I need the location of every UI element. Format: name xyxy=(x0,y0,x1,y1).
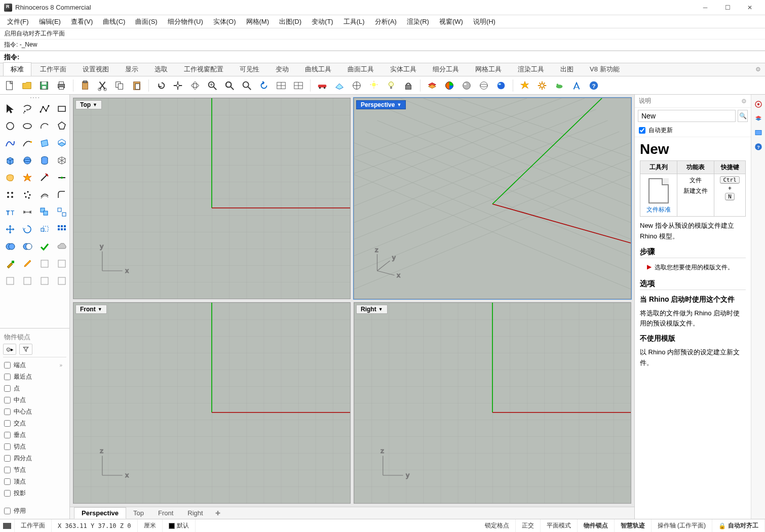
lock-button[interactable] xyxy=(401,78,416,93)
toolbar-tab[interactable]: 曲面工具 xyxy=(340,62,381,76)
offset-curve-tool[interactable] xyxy=(36,187,53,203)
toolbar-tab[interactable]: V8 新功能 xyxy=(582,62,627,76)
tool-button[interactable] xyxy=(54,256,70,272)
toolbar-settings-gear-icon[interactable]: ⚙ xyxy=(755,66,761,73)
materials-button[interactable] xyxy=(442,78,457,93)
join-tool[interactable] xyxy=(54,170,70,186)
status-toggle[interactable]: 🔒自动对齐工 xyxy=(712,519,765,532)
pan-button[interactable] xyxy=(170,78,185,93)
zoom-window-button[interactable] xyxy=(222,78,237,93)
rotate-view-button[interactable] xyxy=(187,78,203,93)
view-tab[interactable]: Right xyxy=(180,508,210,518)
ungroup-tool[interactable] xyxy=(54,204,70,220)
menu-item[interactable]: 分析(A) xyxy=(370,16,402,28)
osnap-item[interactable]: 垂点 xyxy=(3,429,66,441)
status-toggle[interactable]: 正交 xyxy=(516,519,541,532)
toolbar-tab[interactable]: 实体工具 xyxy=(382,62,424,76)
arc-tool[interactable] xyxy=(36,118,53,134)
menu-item[interactable]: 变动(T) xyxy=(307,16,338,28)
toolbar-tab[interactable]: 可见性 xyxy=(232,62,267,76)
minimize-button[interactable]: ─ xyxy=(694,1,716,15)
menu-item[interactable]: 网格(M) xyxy=(241,16,275,28)
osnap-item[interactable]: 切点 xyxy=(3,441,66,453)
toolbar-tab[interactable]: 出图 xyxy=(553,62,581,76)
toolbar-tab[interactable]: 曲线工具 xyxy=(297,62,339,76)
osnap-item[interactable]: 中心点 xyxy=(3,406,66,418)
status-layer[interactable]: 默认 xyxy=(163,519,196,532)
osnap-item[interactable]: 最近点 xyxy=(3,371,66,383)
layers-button[interactable] xyxy=(425,78,440,93)
point-tool[interactable] xyxy=(2,187,18,203)
viewport-top[interactable]: Top▼ xy xyxy=(73,98,351,299)
toolbar-tab[interactable]: 细分工具 xyxy=(425,62,467,76)
menu-item[interactable]: 曲线(C) xyxy=(98,16,130,28)
menu-item[interactable]: 说明(H) xyxy=(468,16,501,28)
dimension-tool[interactable] xyxy=(19,204,35,220)
osnap-item[interactable]: 投影 xyxy=(3,487,66,499)
points-multi-tool[interactable] xyxy=(19,187,35,203)
cloud-tool[interactable] xyxy=(54,238,70,255)
help-panel-gear-icon[interactable]: ⚙ xyxy=(741,98,747,105)
boolean-union-tool[interactable] xyxy=(2,238,18,255)
menu-item[interactable]: 曲面(S) xyxy=(130,16,162,28)
view-tab[interactable]: Perspective xyxy=(74,507,126,519)
box-tool[interactable] xyxy=(2,152,18,169)
scale-tool[interactable] xyxy=(36,221,53,237)
eyedrop-tool[interactable] xyxy=(19,256,35,272)
sphere-tool[interactable] xyxy=(19,152,35,169)
print-button[interactable] xyxy=(54,78,69,93)
menu-item[interactable]: 编辑(E) xyxy=(34,16,66,28)
command-input[interactable] xyxy=(21,53,765,61)
tool-button[interactable] xyxy=(2,273,18,289)
paste-button[interactable] xyxy=(129,78,144,93)
cut-button[interactable] xyxy=(95,78,110,93)
car-icon-button[interactable] xyxy=(315,78,330,93)
tool-button[interactable] xyxy=(54,273,70,289)
add-view-tab-button[interactable]: ✚ xyxy=(210,508,225,518)
array-tool[interactable] xyxy=(54,221,70,237)
new-file-button[interactable] xyxy=(2,78,17,93)
osnap-item[interactable]: 节点 xyxy=(3,464,66,476)
toolbar-tab[interactable]: 设置视图 xyxy=(75,62,117,76)
status-cplane[interactable]: 工作平面 xyxy=(15,519,52,532)
viewport-title-right[interactable]: Right▼ xyxy=(356,305,388,314)
maximize-button[interactable]: ☐ xyxy=(716,1,739,15)
group-tool[interactable] xyxy=(36,204,53,220)
status-toggle[interactable]: 平面模式 xyxy=(541,519,578,532)
point-light-button[interactable] xyxy=(366,78,381,93)
move-tool[interactable] xyxy=(2,221,18,237)
zoom-extents-button[interactable] xyxy=(239,78,254,93)
drafting-button[interactable] xyxy=(569,78,584,93)
undo-button[interactable] xyxy=(153,78,168,93)
osnap-item[interactable]: 顶点 xyxy=(3,476,66,487)
fillet-tool[interactable] xyxy=(54,187,70,203)
menu-item[interactable]: 实体(O) xyxy=(208,16,241,28)
menu-item[interactable]: 出图(D) xyxy=(274,16,307,28)
curve-tool[interactable] xyxy=(2,135,18,151)
tool-button[interactable] xyxy=(36,273,53,289)
display-panel-icon[interactable] xyxy=(753,127,764,138)
menu-item[interactable]: 视窗(W) xyxy=(434,16,468,28)
rectangle-tool[interactable] xyxy=(54,101,70,117)
ellipse-tool[interactable] xyxy=(19,118,35,134)
help-panel-icon[interactable]: ? xyxy=(753,141,764,152)
osnap-mode-button[interactable]: ⊙▸ xyxy=(3,344,16,355)
boolean-diff-tool[interactable] xyxy=(19,238,35,255)
rotate-tool[interactable] xyxy=(19,221,35,237)
toolbar-tab[interactable]: 变动 xyxy=(268,62,296,76)
named-views-button[interactable] xyxy=(274,78,289,93)
menu-item[interactable]: 渲染(R) xyxy=(402,16,434,28)
status-units[interactable]: 厘米 xyxy=(138,519,163,532)
subd-tool[interactable] xyxy=(2,170,18,186)
help-search-button[interactable]: 🔍 xyxy=(738,110,748,122)
wireframe-sphere-button[interactable] xyxy=(476,78,491,93)
viewport-title-top[interactable]: Top▼ xyxy=(75,100,102,109)
menu-item[interactable]: 细分物件(U) xyxy=(163,16,208,28)
cylinder-tool[interactable] xyxy=(36,152,53,169)
osnap-filter-button[interactable] xyxy=(19,344,32,355)
toolbar-tab[interactable]: 显示 xyxy=(118,62,146,76)
zoom-dynamic-button[interactable] xyxy=(205,78,220,93)
curve2-tool[interactable] xyxy=(19,135,35,151)
gear-button[interactable] xyxy=(534,78,550,93)
status-toggle[interactable]: 操作轴 (工作平面) xyxy=(652,519,712,532)
